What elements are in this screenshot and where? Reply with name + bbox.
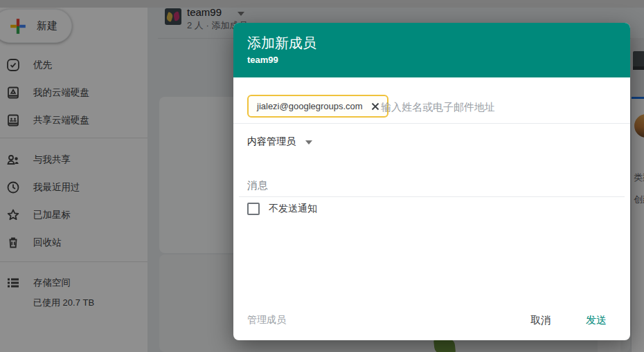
skip-notification-checkbox[interactable] bbox=[247, 203, 260, 215]
role-selected-value: 内容管理员 bbox=[247, 136, 296, 148]
google-drive-screen: 新建 优先 我的云端硬盘 共享云端硬盘 与我共享 bbox=[0, 0, 644, 352]
manage-members-button[interactable]: 管理成员 bbox=[247, 314, 286, 326]
recipient-email: jialezi@googlegroups.com bbox=[257, 101, 363, 111]
dialog-divider bbox=[233, 123, 630, 124]
dialog-header: 添加新成员 team99 bbox=[233, 23, 630, 77]
dialog-subtitle: team99 bbox=[247, 55, 630, 66]
chevron-down-icon bbox=[305, 140, 312, 145]
cancel-button[interactable]: 取消 bbox=[526, 309, 555, 332]
member-search-input[interactable] bbox=[381, 96, 609, 117]
skip-notification-row: 不发送通知 bbox=[247, 203, 317, 215]
recipient-chip[interactable]: jialezi@googlegroups.com bbox=[247, 95, 388, 118]
message-input[interactable] bbox=[247, 176, 607, 193]
dialog-title: 添加新成员 bbox=[247, 35, 630, 51]
dialog-divider bbox=[239, 196, 625, 197]
skip-notification-label: 不发送通知 bbox=[269, 203, 317, 215]
send-button[interactable]: 发送 bbox=[582, 309, 611, 332]
add-members-dialog: 添加新成员 team99 jialezi@googlegroups.com 内容… bbox=[233, 23, 630, 340]
remove-chip-icon[interactable] bbox=[370, 101, 381, 112]
role-dropdown[interactable]: 内容管理员 bbox=[247, 133, 312, 150]
